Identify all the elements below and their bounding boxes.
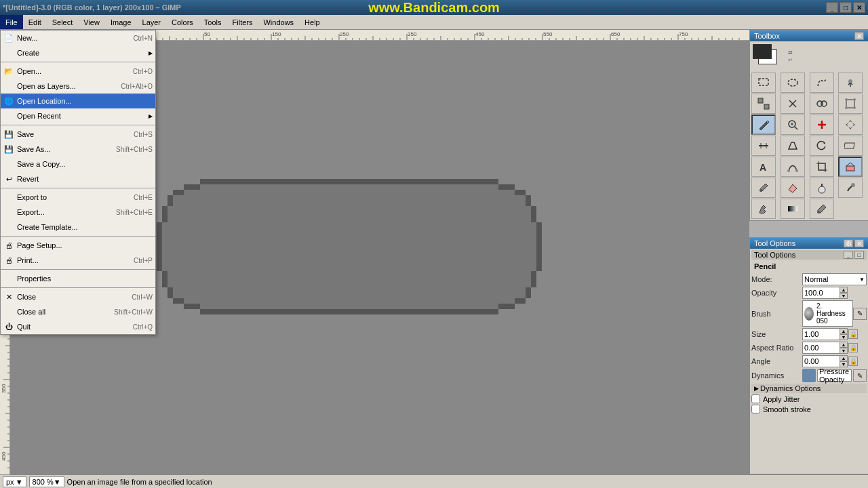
menu-colors[interactable]: Colors bbox=[166, 15, 199, 29]
dynamics-edit-button[interactable]: ✎ bbox=[853, 369, 867, 382]
scissors-tool[interactable] bbox=[781, 94, 805, 114]
menu-create[interactable]: Create ▶ bbox=[1, 45, 155, 60]
foreground-color[interactable] bbox=[753, 44, 772, 59]
menu-properties[interactable]: Properties bbox=[1, 271, 155, 286]
heal-tool[interactable] bbox=[810, 115, 834, 135]
menu-layer[interactable]: Layer bbox=[137, 15, 167, 29]
free-select-tool[interactable] bbox=[810, 73, 834, 93]
transform-tool[interactable] bbox=[838, 94, 863, 114]
menu-save[interactable]: 💾 Save Ctrl+S bbox=[1, 127, 155, 142]
rect-select-tool[interactable] bbox=[751, 73, 776, 93]
paths-tool[interactable] bbox=[751, 94, 776, 114]
zoom-display[interactable]: 800 % ▼ bbox=[29, 476, 64, 487]
opacity-value[interactable]: 100.0 bbox=[802, 287, 840, 299]
menu-print[interactable]: 🖨 Print... Ctrl+P bbox=[1, 253, 155, 268]
tool-options-icon[interactable]: ⚙ bbox=[844, 239, 853, 247]
opacity-up[interactable]: ▲ bbox=[840, 287, 848, 293]
paintbrush-tool[interactable] bbox=[751, 178, 776, 198]
maximize-button[interactable]: □ bbox=[840, 2, 852, 13]
unit-selector[interactable]: px ▼ bbox=[3, 476, 26, 487]
pencil-tool[interactable] bbox=[751, 115, 776, 135]
size-up[interactable]: ▲ bbox=[840, 328, 848, 334]
menu-export-to[interactable]: Export to Ctrl+E bbox=[1, 190, 155, 205]
tool-options-maximize[interactable]: □ bbox=[854, 251, 864, 259]
angle-up[interactable]: ▲ bbox=[840, 355, 848, 361]
clone-tool[interactable] bbox=[810, 94, 834, 114]
tool-options-panel: Tool Options ⚙ ✕ Tool Options _ □ Pencil… bbox=[749, 237, 868, 474]
angle-lock[interactable]: 🔒 bbox=[848, 357, 858, 366]
menu-open-location[interactable]: 🌐 Open Location... bbox=[1, 94, 155, 108]
reset-colors[interactable]: ↩ bbox=[788, 57, 793, 63]
menu-open[interactable]: 📂 Open... Ctrl+O bbox=[1, 64, 155, 79]
text-tool[interactable]: A bbox=[751, 157, 776, 177]
menu-close[interactable]: ✕ Close Ctrl+W bbox=[1, 289, 155, 304]
menu-file[interactable]: File bbox=[0, 15, 23, 29]
menu-open-layers[interactable]: Open as Layers... Ctrl+Alt+O bbox=[1, 79, 155, 94]
toolbox-close-button[interactable]: ✕ bbox=[854, 32, 864, 40]
eraser-tool[interactable] bbox=[781, 178, 805, 198]
move-tool[interactable] bbox=[838, 115, 863, 135]
dynamics-options-label: Dynamics Options bbox=[760, 384, 821, 392]
crop-tool[interactable] bbox=[810, 157, 834, 177]
menu-revert[interactable]: ↩ Revert bbox=[1, 171, 155, 186]
minimize-button[interactable]: _ bbox=[826, 2, 838, 13]
menu-save-as[interactable]: 💾 Save As... Shift+Ctrl+S bbox=[1, 142, 155, 157]
menu-help[interactable]: Help bbox=[299, 15, 326, 29]
menu-open-recent[interactable]: Open Recent ▶ bbox=[1, 108, 155, 123]
smooth-stroke-checkbox[interactable] bbox=[751, 405, 760, 413]
aspect-value[interactable]: 0.00 bbox=[802, 342, 840, 354]
ellipse-select-tool[interactable] bbox=[781, 73, 805, 93]
menu-close-all[interactable]: Close all Shift+Ctrl+W bbox=[1, 304, 155, 319]
aspect-lock[interactable]: 🔒 bbox=[848, 343, 858, 352]
menu-quit[interactable]: ⏻ Quit Ctrl+Q bbox=[1, 319, 155, 334]
blend-tool[interactable] bbox=[781, 199, 805, 219]
opacity-down[interactable]: ▼ bbox=[840, 293, 848, 299]
perspective-tool[interactable] bbox=[781, 136, 805, 156]
align-tool[interactable] bbox=[751, 136, 776, 156]
menu-export[interactable]: Export... Shift+Ctrl+E bbox=[1, 205, 155, 220]
swap-colors[interactable]: ⇄ bbox=[788, 49, 793, 56]
menu-save-copy[interactable]: Save a Copy... bbox=[1, 157, 155, 171]
size-down[interactable]: ▼ bbox=[840, 334, 848, 340]
menu-windows[interactable]: Windows bbox=[258, 15, 299, 29]
size-value[interactable]: 1.00 bbox=[802, 328, 840, 340]
menu-tools[interactable]: Tools bbox=[199, 15, 227, 29]
size-lock[interactable]: 🔒 bbox=[848, 329, 858, 339]
dynamics-select[interactable]: Pressure Opacity bbox=[817, 369, 852, 382]
menu-new[interactable]: 📄 New... Ctrl+N bbox=[1, 30, 155, 45]
rotate-tool[interactable] bbox=[810, 136, 834, 156]
tool-options-header-text: Tool Options bbox=[754, 251, 795, 259]
dynamics-options-section[interactable]: ▶ Dynamics Options bbox=[751, 384, 867, 393]
tool-options-minimize[interactable]: _ bbox=[844, 251, 853, 259]
menu-create-template[interactable]: Create Template... bbox=[1, 220, 155, 235]
dodge-tool[interactable] bbox=[810, 178, 834, 198]
menu-page-setup[interactable]: 🖨 Page Setup... bbox=[1, 238, 155, 253]
apply-jitter-label: Apply Jitter bbox=[763, 395, 800, 403]
svg-point-9 bbox=[821, 101, 827, 106]
angle-down[interactable]: ▼ bbox=[840, 361, 848, 367]
menu-edit[interactable]: Edit bbox=[23, 15, 47, 29]
shear-tool[interactable] bbox=[838, 136, 863, 156]
zoom-tool[interactable] bbox=[781, 115, 805, 135]
aspect-down[interactable]: ▼ bbox=[840, 348, 848, 354]
apply-jitter-checkbox[interactable] bbox=[751, 394, 760, 403]
erase-tool[interactable] bbox=[838, 157, 863, 177]
svg-point-12 bbox=[853, 98, 856, 101]
fuzzy-select-tool[interactable] bbox=[838, 73, 863, 93]
smudge-tool[interactable] bbox=[838, 178, 863, 198]
aspect-up[interactable]: ▲ bbox=[840, 342, 848, 348]
path-tool[interactable] bbox=[781, 157, 805, 177]
status-bar: px ▼ 800 % ▼ Open an image file from a s… bbox=[0, 474, 868, 488]
close-window-button[interactable]: ✕ bbox=[853, 2, 865, 13]
menu-filters[interactable]: Filters bbox=[227, 15, 258, 29]
brush-select[interactable]: 2. Hardness 050 bbox=[802, 300, 853, 327]
menu-select[interactable]: Select bbox=[47, 15, 79, 29]
bucket-fill-tool[interactable] bbox=[751, 199, 776, 219]
mode-select[interactable]: Normal ▼ bbox=[802, 273, 867, 285]
color-picker-tool[interactable] bbox=[810, 199, 834, 219]
angle-value[interactable]: 0.00 bbox=[802, 355, 840, 367]
brush-edit-button[interactable]: ✎ bbox=[853, 308, 867, 320]
menu-view[interactable]: View bbox=[78, 15, 105, 29]
menu-image[interactable]: Image bbox=[105, 15, 137, 29]
tool-options-close-button[interactable]: ✕ bbox=[854, 239, 864, 247]
